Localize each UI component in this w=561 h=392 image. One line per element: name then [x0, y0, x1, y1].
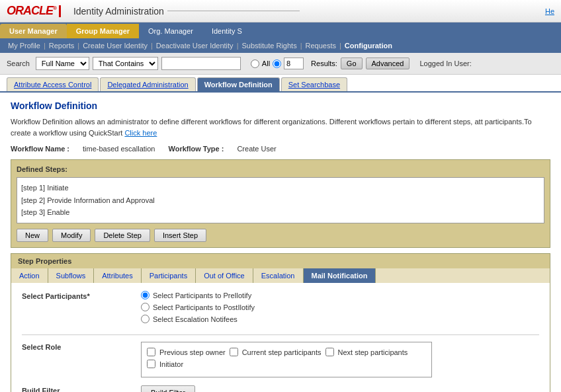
role-checkboxes-box: Previous step owner Current step partici…: [141, 342, 432, 377]
step-2[interactable]: [step 2] Provide Information and Approva…: [21, 194, 540, 207]
radio-postnotify[interactable]: [141, 303, 150, 311]
wf-type-label: Workflow Type :: [168, 145, 224, 153]
subnav-requests[interactable]: Requests: [303, 40, 339, 51]
insert-step-button[interactable]: Insert Step: [154, 229, 206, 242]
build-filter-content: Build Filter: [141, 385, 539, 392]
build-filter-label: Build Filter: [22, 385, 141, 392]
tab-group-manager[interactable]: Group Manager: [67, 24, 139, 38]
defined-steps-header: Defined Steps:: [17, 165, 544, 173]
checkbox-current-step[interactable]: [230, 348, 238, 356]
checkbox-current-step-label: Current step participants: [242, 348, 322, 356]
go-button[interactable]: Go: [341, 58, 363, 69]
props-content: Select Participants* Select Participants…: [11, 283, 550, 392]
second-tab-row: Attribute Access Control Delegated Admin…: [0, 75, 561, 93]
steps-list[interactable]: [step 1] Initiate [step 2] Provide Infor…: [17, 177, 544, 223]
props-tab-mail-notification[interactable]: Mail Notification: [304, 268, 376, 283]
radio-all-label: All: [262, 59, 270, 67]
radio-option-escalation-notifees: Select Escalation Notifees: [141, 315, 539, 323]
page-title: Workflow Definition: [11, 100, 550, 111]
radio-prenotify[interactable]: [141, 291, 150, 299]
checkbox-prev-step-label: Previous step owner: [159, 348, 226, 356]
select-participants-label: Select Participants*: [22, 291, 141, 300]
app-title: Identity Administration: [73, 6, 164, 17]
wf-name-label: Workflow Name :: [11, 145, 69, 153]
divider: [22, 334, 539, 335]
subnav-my-profile[interactable]: My Profile: [5, 40, 43, 51]
props-tab-attributes[interactable]: Attributes: [94, 268, 141, 283]
oracle-divider: [59, 5, 61, 17]
search-field-select[interactable]: Full Name: [36, 57, 89, 70]
subnav-deactivate-user[interactable]: Deactivate User Identity: [153, 40, 236, 51]
build-filter-button[interactable]: Build Filter: [141, 385, 195, 392]
radio-all[interactable]: [251, 59, 259, 68]
subnav-configuration[interactable]: Configuration: [342, 40, 395, 51]
select-role-label: Select Role: [22, 342, 141, 351]
radio-option-prenotify: Select Participants to PreIlotify: [141, 291, 539, 299]
search-condition-select[interactable]: That Contains: [93, 57, 158, 70]
delete-step-button[interactable]: Delete Step: [95, 229, 150, 242]
advanced-button[interactable]: Advanced: [366, 58, 410, 69]
build-filter-row: Build Filter Build Filter: [22, 385, 539, 392]
checkbox-next-step[interactable]: [325, 348, 334, 356]
select-participants-options: Select Participants to PreIlotify Select…: [141, 291, 539, 327]
main-tab-row: User Manager Group Manager Org. Manager …: [0, 22, 561, 38]
search-bar: Search Full Name That Contains All Resul…: [0, 53, 561, 75]
wf-type-value: Create User: [237, 145, 276, 153]
search-input[interactable]: [161, 57, 241, 70]
page-description: Workflow Definition allows an administra…: [11, 116, 550, 138]
checkbox-initiator-label: Initiator: [159, 360, 183, 368]
radio-option-postnotify: Select Participants to PostIlotify: [141, 303, 539, 311]
oracle-text: ORACLE®: [7, 4, 56, 18]
header-line: [167, 11, 300, 11]
num-results-input[interactable]: [284, 58, 304, 69]
description-text: Workflow Definition allows an administra…: [11, 118, 532, 137]
select-role-content: Previous step owner Current step partici…: [141, 342, 539, 377]
props-tab-escalation[interactable]: Escalation: [253, 268, 304, 283]
defined-steps-panel: Defined Steps: [step 1] Initiate [step 2…: [11, 159, 550, 248]
results-label: Results:: [311, 59, 337, 67]
tab-workflow-definition[interactable]: Workflow Definition: [197, 77, 280, 91]
props-tab-subflows[interactable]: Subflows: [48, 268, 95, 283]
checkbox-row-2: Initiator: [147, 360, 426, 368]
tab-org-manager[interactable]: Org. Manager: [139, 24, 202, 38]
props-tab-out-of-office[interactable]: Out of Office: [196, 268, 253, 283]
checkbox-initiator[interactable]: [147, 360, 155, 368]
main-content: Workflow Definition Workflow Definition …: [0, 93, 561, 392]
wf-name-value: time-based escallation: [83, 145, 155, 153]
props-tab-participants[interactable]: Participants: [142, 268, 196, 283]
step-properties-header: Step Properties: [11, 253, 550, 268]
workflow-info: Workflow Name : time-based escallation W…: [11, 145, 550, 153]
tab-user-manager[interactable]: User Manager: [0, 24, 67, 38]
sub-nav: My Profile | Reports | Create User Ident…: [0, 38, 561, 53]
checkbox-prev-step[interactable]: [147, 348, 155, 356]
help-link[interactable]: He: [545, 7, 554, 15]
subnav-reports[interactable]: Reports: [46, 40, 77, 51]
search-radio-group: All: [251, 58, 304, 69]
props-tabs: Action Subflows Attributes Participants …: [11, 268, 550, 283]
radio-prenotify-label: Select Participants to PreIlotify: [153, 292, 251, 299]
step-3[interactable]: [step 3] Enable: [21, 206, 540, 219]
radio-escalation-notifees-label: Select Escalation Notifees: [153, 315, 237, 323]
props-tab-action[interactable]: Action: [11, 268, 48, 283]
tab-identity-s[interactable]: Identity S: [202, 24, 251, 38]
radio-postnotify-label: Select Participants to PostIlotify: [153, 303, 255, 311]
click-here-link[interactable]: Click here: [124, 129, 157, 137]
tab-set-searchbase[interactable]: Set Searchbase: [281, 77, 347, 91]
checkbox-row-1: Previous step owner Current step partici…: [147, 348, 426, 356]
radio-num[interactable]: [273, 59, 281, 68]
select-role-row: Select Role Previous step owner Current …: [22, 342, 539, 377]
new-button[interactable]: New: [17, 229, 48, 242]
tab-attr-access[interactable]: Attribute Access Control: [7, 77, 99, 91]
checkbox-next-step-label: Next step participants: [338, 348, 408, 356]
step-1[interactable]: [step 1] Initiate: [21, 182, 540, 194]
header-bar: ORACLE® Identity Administration He: [0, 0, 561, 22]
subnav-substitute-rights[interactable]: Substitute Rights: [239, 40, 299, 51]
modify-button[interactable]: Modify: [52, 229, 91, 242]
subnav-create-user[interactable]: Create User Identity: [80, 40, 150, 51]
radio-escalation-notifees[interactable]: [141, 315, 150, 323]
step-buttons: New Modify Delete Step Insert Step: [17, 229, 544, 242]
oracle-logo: ORACLE®: [7, 4, 64, 18]
tab-delegated-admin[interactable]: Delegated Administration: [100, 77, 195, 91]
select-participants-row: Select Participants* Select Participants…: [22, 291, 539, 327]
logged-in-label: Logged In User:: [419, 59, 471, 67]
